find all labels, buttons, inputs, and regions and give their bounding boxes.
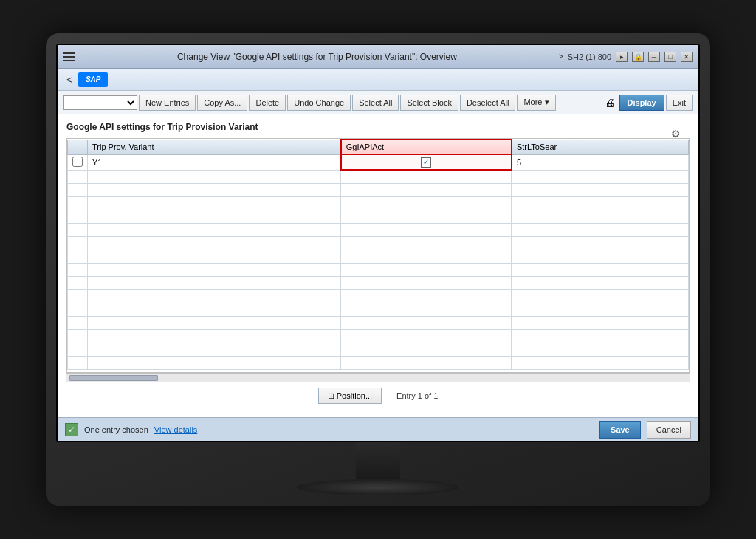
window-btn-lock[interactable]: 🔒	[632, 52, 644, 62]
empty-row	[68, 236, 689, 250]
select-all-button[interactable]: Select All	[352, 95, 399, 111]
toolbar-select[interactable]	[63, 95, 137, 110]
copy-as-button[interactable]: Copy As...	[197, 95, 247, 111]
monitor-neck	[356, 442, 400, 479]
title-bar-right: > SH2 (1) 800 ▸ 🔒 ─ □ ✕	[559, 52, 693, 62]
position-button[interactable]: ⊞ Position...	[318, 388, 382, 404]
data-table: Trip Prov. Variant GgIAPIAct StrLToSear	[67, 139, 689, 370]
col-header-checkbox	[68, 140, 88, 154]
chevron-icon: >	[559, 52, 563, 61]
back-button[interactable]: <	[63, 72, 75, 87]
ggiapi-checkbox[interactable]: ✓	[421, 157, 431, 168]
empty-row	[68, 316, 689, 329]
more-button[interactable]: More ▾	[517, 95, 555, 111]
title-bar: Change View "Google API settings for Tri…	[58, 45, 698, 69]
empty-row	[68, 263, 689, 276]
print-icon[interactable]: 🖨	[602, 95, 618, 110]
position-bar: ⊞ Position... Entry 1 of 1	[66, 382, 690, 410]
entry-info: Entry 1 of 1	[396, 391, 438, 400]
empty-row	[68, 356, 689, 369]
empty-row	[68, 250, 689, 263]
nav-bar: < SAP	[58, 69, 698, 91]
col-header-ggiapi: GgIAPIAct	[341, 140, 512, 154]
col-header-strl: StrLToSear	[512, 140, 689, 154]
view-details-link[interactable]: View details	[154, 425, 198, 434]
section-title: Google API settings for Trip Provision V…	[66, 122, 690, 132]
empty-row	[68, 183, 689, 196]
empty-row	[68, 329, 689, 343]
empty-row	[68, 196, 689, 210]
window-btn-play[interactable]: ▸	[616, 52, 628, 62]
status-bar: ✓ One entry chosen View details Save Can…	[58, 417, 698, 441]
content-area: Google API settings for Trip Provision V…	[58, 114, 698, 417]
window-title: Change View "Google API settings for Tri…	[75, 52, 559, 62]
undo-change-button[interactable]: Undo Change	[287, 95, 351, 111]
toolbar: New Entries Copy As... Delete Undo Chang…	[58, 91, 698, 114]
deselect-all-button[interactable]: Deselect All	[460, 95, 515, 111]
title-bar-left	[63, 52, 75, 61]
empty-row	[68, 276, 689, 289]
empty-row	[68, 343, 689, 356]
monitor-base	[297, 479, 459, 495]
empty-row	[68, 303, 689, 316]
cancel-button[interactable]: Cancel	[647, 421, 691, 439]
empty-row	[68, 170, 689, 183]
monitor-stand	[56, 442, 700, 495]
scroll-thumb[interactable]	[69, 375, 158, 381]
col-header-trip-prov: Trip Prov. Variant	[88, 140, 341, 154]
window-btn-close[interactable]: ✕	[681, 52, 693, 62]
empty-row	[68, 223, 689, 236]
empty-row	[68, 289, 689, 303]
sap-logo: SAP	[78, 72, 108, 87]
empty-row	[68, 210, 689, 223]
system-info: SH2 (1) 800	[568, 52, 611, 61]
table-row: Y1 ✓ 5	[68, 154, 689, 170]
row-checkbox-cell[interactable]	[68, 154, 88, 170]
table-container: Trip Prov. Variant GgIAPIAct StrLToSear	[66, 138, 690, 373]
status-text: One entry chosen	[84, 425, 148, 434]
cell-strl: 5	[512, 154, 689, 170]
horizontal-scrollbar[interactable]	[66, 373, 690, 382]
display-button[interactable]: Display	[619, 95, 664, 111]
window-btn-maximize[interactable]: □	[664, 52, 676, 62]
cell-trip-prov: Y1	[88, 154, 341, 170]
hamburger-menu-icon[interactable]	[63, 52, 75, 61]
save-button[interactable]: Save	[599, 421, 641, 439]
exit-button[interactable]: Exit	[666, 95, 693, 111]
status-check-icon: ✓	[65, 423, 78, 436]
select-block-button[interactable]: Select Block	[400, 95, 458, 111]
new-entries-button[interactable]: New Entries	[139, 95, 196, 111]
delete-button[interactable]: Delete	[249, 95, 286, 111]
window-btn-minimize[interactable]: ─	[648, 52, 660, 62]
row-checkbox[interactable]	[72, 157, 83, 167]
cell-ggiapi[interactable]: ✓	[341, 154, 512, 170]
